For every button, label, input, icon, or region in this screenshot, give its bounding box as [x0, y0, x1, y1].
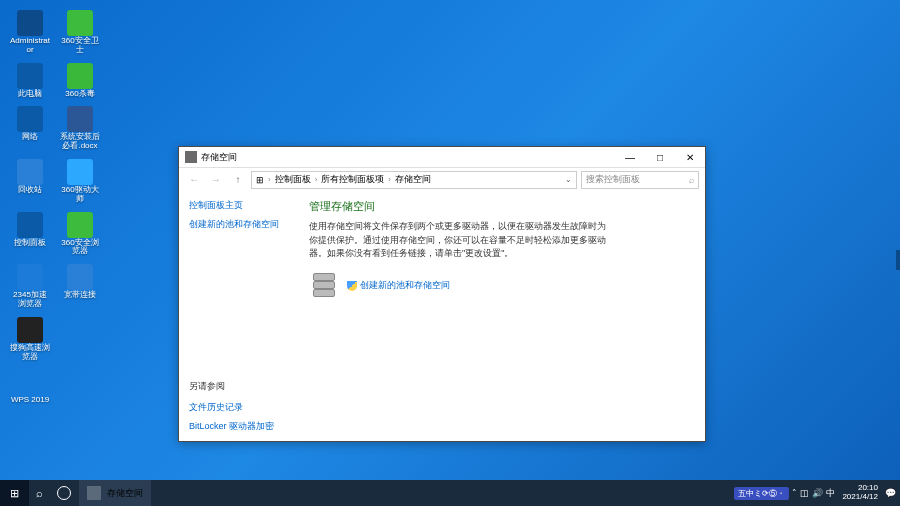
app-icon: [17, 369, 43, 395]
crumb-dropdown[interactable]: ⌄: [565, 175, 572, 184]
sidebar-home[interactable]: 控制面板主页: [189, 199, 279, 212]
icon-label: 控制面板: [14, 239, 46, 248]
system-tray: 五中ミ⟳⑤・ ˄ ◫ 🔊 中 20:10 2021/4/12 💬: [734, 484, 900, 502]
create-pool-label: 创建新的池和存储空间: [360, 279, 450, 292]
app-icon: [67, 10, 93, 36]
create-pool-link[interactable]: 创建新的池和存储空间: [347, 279, 450, 292]
app-icon: [17, 264, 43, 290]
titlebar: 存储空间 — □ ✕: [179, 147, 705, 167]
sidebar-bitlocker[interactable]: BitLocker 驱动器加密: [189, 420, 279, 433]
main-content: 管理存储空间 使用存储空间将文件保存到两个或更多驱动器，以便在驱动器发生故障时为…: [289, 191, 705, 441]
app-icon: [17, 10, 43, 36]
minimize-button[interactable]: —: [615, 147, 645, 167]
window-icon: [185, 151, 197, 163]
clock-date: 2021/4/12: [842, 493, 878, 502]
tray-network-icon[interactable]: ◫: [800, 488, 809, 498]
desktop-icon-2345加速浏览器[interactable]: 2345加速浏览器: [8, 262, 52, 311]
app-icon: [17, 159, 43, 185]
forward-button[interactable]: →: [207, 171, 225, 189]
icon-label: 360安全卫士: [60, 37, 100, 55]
desktop-icon-Administrator[interactable]: Administrator: [8, 8, 52, 57]
cortana-icon[interactable]: [57, 486, 71, 500]
up-button[interactable]: ↑: [229, 171, 247, 189]
desktop-icon-网络[interactable]: 网络: [8, 104, 52, 153]
window-title: 存储空间: [201, 151, 615, 164]
shield-icon: [347, 281, 357, 291]
app-icon: [67, 106, 93, 132]
app-icon: [67, 264, 93, 290]
icon-label: Administrator: [10, 37, 50, 55]
search-placeholder: 搜索控制面板: [586, 173, 640, 186]
icon-label: 搜狗高速浏览器: [10, 344, 50, 362]
desktop-icon-360杀毒[interactable]: 360杀毒: [58, 61, 102, 101]
breadcrumb[interactable]: ⊞› 控制面板› 所有控制面板项› 存储空间 ⌄: [251, 171, 577, 189]
icon-label: WPS 2019: [11, 396, 49, 405]
ime-pill[interactable]: 五中ミ⟳⑤・: [734, 487, 789, 500]
search-input[interactable]: 搜索控制面板 ⌕: [581, 171, 699, 189]
sidebar-create[interactable]: 创建新的池和存储空间: [189, 218, 279, 231]
crumb-2[interactable]: 所有控制面板项: [321, 173, 384, 186]
search-icon: ⌕: [689, 175, 694, 185]
desktop-icon-WPS 2019[interactable]: WPS 2019: [8, 367, 52, 407]
icon-label: 2345加速浏览器: [10, 291, 50, 309]
taskbar-search-icon[interactable]: ⌕: [29, 480, 49, 506]
app-icon: [67, 159, 93, 185]
icon-label: 系统安装后必看.docx: [60, 133, 100, 151]
storage-stack-icon: [309, 271, 339, 301]
desktop-icon-宽带连接[interactable]: 宽带连接: [58, 262, 102, 311]
sidebar-file-history[interactable]: 文件历史记录: [189, 401, 279, 414]
close-button[interactable]: ✕: [675, 147, 705, 167]
start-button[interactable]: ⊞: [0, 480, 29, 506]
taskbar-app-storage[interactable]: 存储空间: [79, 480, 151, 506]
desktop-icon-360安全浏览器[interactable]: 360安全浏览器: [58, 210, 102, 259]
desktop-icon-系统安装后必看.docx[interactable]: 系统安装后必看.docx: [58, 104, 102, 153]
maximize-button[interactable]: □: [645, 147, 675, 167]
desktop-icon-360驱动大师[interactable]: 360驱动大师: [58, 157, 102, 206]
tray-ime-icon[interactable]: 中: [826, 487, 835, 500]
app-icon: [17, 317, 43, 343]
taskbar: ⊞ ⌕ 存储空间 五中ミ⟳⑤・ ˄ ◫ 🔊 中 20:10 2021/4/12 …: [0, 480, 900, 506]
content-heading: 管理存储空间: [309, 199, 685, 214]
icon-label: 360驱动大师: [60, 186, 100, 204]
app-icon: [17, 212, 43, 238]
icon-label: 宽带连接: [64, 291, 96, 300]
desktop-icon-控制面板[interactable]: 控制面板: [8, 210, 52, 259]
icon-label: 360安全浏览器: [60, 239, 100, 257]
desktop-icon-此电脑[interactable]: 此电脑: [8, 61, 52, 101]
content-body: 使用存储空间将文件保存到两个或更多驱动器，以便在驱动器发生故障时为你提供保护。通…: [309, 220, 609, 261]
taskbar-app-icon: [87, 486, 101, 500]
see-also-heading: 另请参阅: [189, 380, 279, 393]
icon-label: 回收站: [18, 186, 42, 195]
desktop-icon-搜狗高速浏览器[interactable]: 搜狗高速浏览器: [8, 315, 52, 364]
crumb-3[interactable]: 存储空间: [395, 173, 431, 186]
app-icon: [67, 63, 93, 89]
crumb-root-icon: ⊞: [256, 175, 264, 185]
storage-spaces-window: 存储空间 — □ ✕ ← → ↑ ⊞› 控制面板› 所有控制面板项› 存储空间 …: [178, 146, 706, 442]
tray-up-icon[interactable]: ˄: [792, 488, 797, 498]
app-icon: [67, 212, 93, 238]
tray-sound-icon[interactable]: 🔊: [812, 488, 823, 498]
desktop-icon-360安全卫士[interactable]: 360安全卫士: [58, 8, 102, 57]
icon-label: 网络: [22, 133, 38, 142]
taskbar-clock[interactable]: 20:10 2021/4/12: [838, 484, 882, 502]
notification-icon[interactable]: 💬: [885, 488, 896, 498]
desktop-icon-回收站[interactable]: 回收站: [8, 157, 52, 206]
sidebar: 控制面板主页 创建新的池和存储空间 另请参阅 文件历史记录 BitLocker …: [179, 191, 289, 441]
icon-label: 360杀毒: [65, 90, 94, 99]
back-button[interactable]: ←: [185, 171, 203, 189]
nav-bar: ← → ↑ ⊞› 控制面板› 所有控制面板项› 存储空间 ⌄ 搜索控制面板 ⌕: [179, 167, 705, 191]
crumb-1[interactable]: 控制面板: [275, 173, 311, 186]
app-icon: [17, 106, 43, 132]
taskbar-app-label: 存储空间: [107, 487, 143, 500]
app-icon: [17, 63, 43, 89]
icon-label: 此电脑: [18, 90, 42, 99]
